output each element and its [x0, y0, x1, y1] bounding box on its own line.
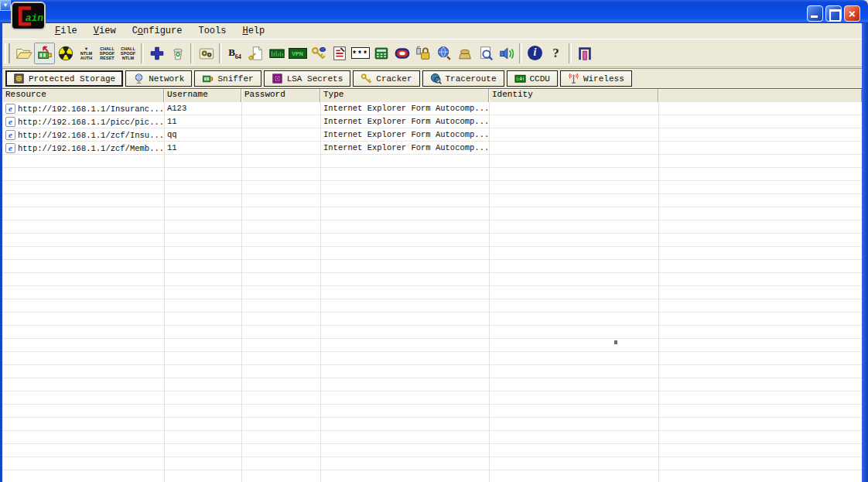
ntlm-auth-button[interactable]: ▼ NTLM AUTH [76, 43, 97, 64]
tab-label: Cracker [376, 74, 412, 84]
menu-view[interactable]: View [91, 25, 118, 37]
tab-label: Protected Storage [29, 74, 115, 84]
password-cell [241, 115, 320, 128]
network-enumerator-button[interactable] [433, 43, 454, 64]
globe-query-icon [436, 45, 453, 62]
column-header-type[interactable]: Type [320, 89, 489, 102]
toolbar-separator [519, 43, 522, 63]
username-cell: 11 [164, 142, 241, 155]
hash-calculator-button[interactable] [266, 43, 287, 64]
toolbar-separator [219, 43, 222, 63]
column-header-identity[interactable]: Identity [489, 89, 658, 102]
tab-ccdu[interactable]: CCDU [507, 70, 558, 87]
username-cell: A123 [164, 102, 241, 115]
menu-tools[interactable]: Tools [196, 25, 228, 37]
password-cell [241, 102, 320, 115]
table-row[interactable]: ehttp://192.168.1.1/zcf/Insu... qq Inter… [2, 128, 862, 142]
minimize-button[interactable] [807, 5, 823, 22]
chall-spoof-ntlm-button[interactable]: CHALL SPOOF NTLM [118, 43, 138, 64]
wireless-broadcast-button[interactable] [496, 43, 517, 64]
toolbar-separator [190, 43, 193, 63]
trash-icon [169, 45, 186, 62]
earth-magnifier-icon [430, 73, 442, 84]
tab-label: LSA Secrets [287, 74, 343, 84]
column-header-resource[interactable]: Resource [2, 89, 164, 102]
antenna-icon [568, 73, 579, 84]
resource-cell: http://192.168.1.1/picc/pic... [18, 118, 164, 127]
calculator-icon [373, 45, 390, 62]
help-button[interactable]: ? [545, 43, 566, 64]
menu-configure[interactable]: Configure [130, 25, 185, 37]
identity-cell [489, 142, 658, 155]
column-header-password[interactable]: Password [241, 89, 320, 102]
feature-tabbar: Protected Storage Network Sniffer [2, 68, 862, 88]
logo-text: ain [26, 12, 44, 24]
key-tag-icon [310, 45, 327, 62]
base64-decoder-button[interactable]: B64 [224, 43, 245, 64]
vpn-icon: VPN [289, 48, 307, 59]
tab-sniffer[interactable]: Sniffer [194, 70, 261, 87]
remove-item-button[interactable] [167, 43, 188, 64]
open-file-button[interactable] [13, 43, 34, 64]
route-report-button[interactable] [475, 43, 496, 64]
grid-vline [164, 102, 165, 482]
blank-cell [658, 115, 862, 128]
info-icon: i [528, 46, 542, 60]
grid-vline [320, 102, 321, 482]
menu-file[interactable]: File [53, 25, 80, 37]
cisco-password-decoder-button[interactable] [245, 43, 266, 64]
table-row[interactable]: ehttp://192.168.1.1/Insuranc... A123 Int… [2, 102, 862, 115]
tab-traceroute[interactable]: Traceroute [422, 70, 504, 87]
blank-cell [658, 142, 862, 155]
password-reveal-button[interactable]: *** [350, 43, 371, 64]
key-page-icon [248, 45, 265, 62]
tab-protected-storage[interactable]: Protected Storage [5, 70, 123, 87]
wireless-keys-button[interactable] [308, 43, 329, 64]
question-mark-icon: ? [552, 46, 559, 61]
tab-network[interactable]: Network [125, 70, 192, 87]
grid-vline [489, 102, 490, 482]
token-icon [394, 45, 411, 62]
tab-lsa-secrets[interactable]: LSA Secrets [264, 70, 351, 87]
tab-wireless[interactable]: Wireless [560, 70, 632, 87]
identity-cell [489, 115, 658, 128]
internet-explorer-icon: e [5, 130, 15, 140]
syskey-decoder-button[interactable] [412, 43, 433, 64]
toolbar-separator [569, 43, 572, 63]
tab-cracker[interactable]: Cracker [353, 70, 419, 87]
internet-explorer-icon: e [5, 117, 15, 127]
window-border-right [862, 23, 868, 482]
configure-dialog-button[interactable] [196, 43, 217, 64]
vpn-decoder-button[interactable]: VPN [287, 43, 308, 64]
close-button[interactable]: × [844, 5, 860, 22]
column-header-username[interactable]: Username [164, 89, 241, 102]
tab-label: Sniffer [217, 74, 253, 84]
column-header-blank[interactable] [658, 89, 862, 102]
table-row[interactable]: ehttp://192.168.1.1/zcf/Memb... 11 Inter… [2, 142, 862, 155]
calculator-button[interactable] [371, 43, 391, 64]
rsa-token-button[interactable] [391, 43, 412, 64]
about-button[interactable]: i [525, 43, 545, 64]
blank-cell [658, 128, 862, 142]
network-card-icon [202, 73, 214, 84]
purple-safe-icon [272, 73, 283, 84]
apr-poisoning-button[interactable] [55, 43, 76, 64]
menu-help[interactable]: Help [240, 25, 267, 37]
table-row[interactable]: ehttp://192.168.1.1/picc/pic... 11 Inter… [2, 115, 862, 128]
start-sniffer-button[interactable] [34, 43, 55, 64]
title-bar[interactable] [0, 0, 868, 23]
modem-button[interactable] [454, 43, 475, 64]
window-controls: × [807, 5, 860, 22]
close-icon: × [845, 6, 859, 21]
exit-button[interactable] [574, 43, 595, 64]
type-cell: Internet Explorer Form Autocomp... [320, 115, 489, 128]
credential-file-button[interactable] [329, 43, 350, 64]
add-item-button[interactable] [146, 43, 167, 64]
maximize-button[interactable] [825, 5, 842, 22]
toolbar-gripper[interactable] [5, 43, 10, 63]
protected-storage-table: Resource Username Password Type Identity… [2, 88, 862, 482]
chall-spoof-reset-button[interactable]: CHALL SPOOF RESET [97, 43, 118, 64]
radiation-icon [57, 45, 74, 62]
corner-collapse-widget[interactable]: ▼ [0, 0, 11, 11]
type-cell: Internet Explorer Form Autocomp... [320, 128, 489, 142]
